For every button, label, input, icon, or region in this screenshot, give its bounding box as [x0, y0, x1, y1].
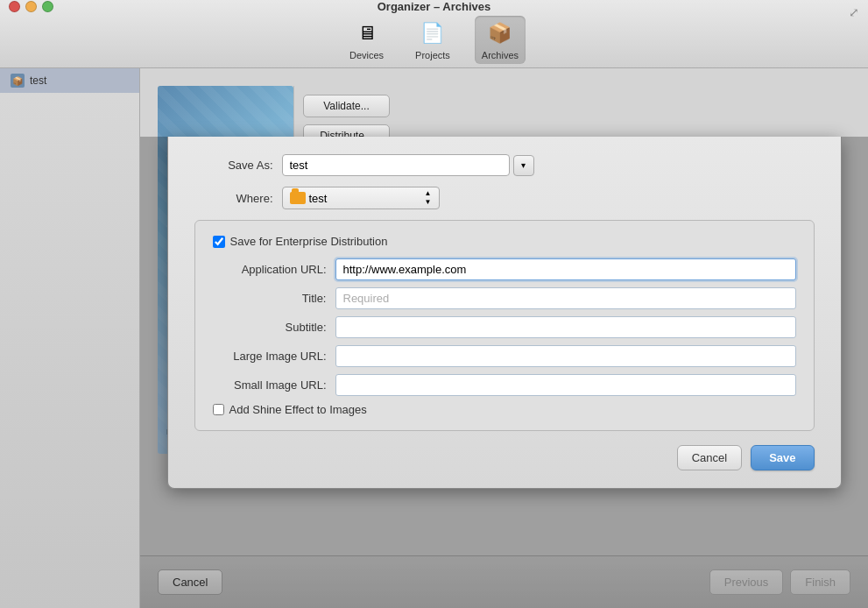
- archives-icon: 📦: [486, 19, 514, 47]
- close-button[interactable]: [9, 1, 20, 12]
- small-image-row: Small Image URL:: [213, 374, 796, 396]
- toolbar-item-archives[interactable]: 📦 Archives: [475, 16, 526, 64]
- dialog-cancel-button[interactable]: Cancel: [677, 445, 742, 470]
- main-area: 📦 test PROJECT:: [0, 68, 868, 608]
- save-as-input[interactable]: [282, 154, 510, 176]
- where-row: Where: test ▲ ▼: [194, 187, 815, 209]
- enterprise-panel: Save for Enterprise Distribution Applica…: [194, 220, 815, 431]
- save-as-label: Save As:: [194, 159, 282, 172]
- content-panel: PROJECT: APPLICATION.APP Validate... Dis…: [140, 68, 868, 608]
- toolbar-label-projects: Projects: [415, 50, 450, 60]
- small-image-label: Small Image URL:: [213, 378, 335, 392]
- sidebar: 📦 test: [0, 68, 140, 608]
- titlebar-top: Organizer – Archives ⤢: [0, 0, 868, 12]
- shine-row: Add Shine Effect to Images: [213, 403, 796, 416]
- where-value: test: [309, 192, 328, 205]
- sidebar-item-label: test: [30, 74, 46, 87]
- validate-button[interactable]: Validate...: [303, 95, 390, 117]
- large-image-input[interactable]: [335, 345, 796, 367]
- shine-label[interactable]: Add Shine Effect to Images: [229, 403, 367, 416]
- app-url-row: Application URL:: [213, 258, 796, 280]
- large-image-row: Large Image URL:: [213, 345, 796, 367]
- enterprise-checkbox[interactable]: [213, 236, 225, 248]
- projects-icon: 📄: [419, 19, 447, 47]
- subtitle-label: Subtitle:: [213, 321, 335, 334]
- devices-icon: 🖥: [353, 19, 381, 47]
- shine-checkbox[interactable]: [213, 404, 224, 415]
- app-url-input[interactable]: [335, 258, 796, 280]
- where-stepper: ▲ ▼: [425, 190, 432, 206]
- sidebar-item-test[interactable]: 📦 test: [0, 68, 139, 93]
- subtitle-row: Subtitle:: [213, 316, 796, 338]
- maximize-button[interactable]: [42, 1, 53, 12]
- small-image-input[interactable]: [335, 374, 796, 396]
- folder-icon: [290, 192, 306, 204]
- sidebar-item-icon: 📦: [11, 74, 25, 88]
- enterprise-label[interactable]: Save for Enterprise Distribution: [230, 235, 388, 248]
- window-title: Organizer – Archives: [378, 0, 491, 13]
- toolbar-item-devices[interactable]: 🖥 Devices: [342, 16, 391, 64]
- dialog-save-button[interactable]: Save: [751, 445, 814, 470]
- large-image-label: Large Image URL:: [213, 350, 335, 363]
- app-url-label: Application URL:: [213, 263, 335, 276]
- toolbar-label-archives: Archives: [482, 50, 519, 60]
- modal-overlay: Save As: ▾ Where: test ▲ ▼: [140, 137, 868, 608]
- enterprise-checkbox-row: Save for Enterprise Distribution: [213, 235, 796, 248]
- titlebar: Organizer – Archives ⤢ 🖥 Devices 📄 Proje…: [0, 0, 868, 68]
- toolbar-label-devices: Devices: [349, 50, 384, 60]
- modal-bottom: Cancel Save: [194, 445, 815, 470]
- toolbar-item-projects[interactable]: 📄 Projects: [408, 16, 457, 64]
- minimize-button[interactable]: [25, 1, 37, 12]
- resize-icon: ⤢: [849, 5, 859, 19]
- title-label: Title:: [213, 292, 335, 305]
- traffic-lights: [9, 1, 53, 12]
- title-row: Title:: [213, 287, 796, 309]
- toolbar: 🖥 Devices 📄 Projects 📦 Archives: [342, 12, 526, 67]
- save-dialog: Save As: ▾ Where: test ▲ ▼: [167, 137, 842, 489]
- subtitle-input[interactable]: [335, 316, 796, 338]
- save-as-row: Save As: ▾: [194, 154, 815, 176]
- where-label: Where:: [194, 192, 282, 205]
- save-as-dropdown[interactable]: ▾: [513, 155, 534, 176]
- title-input[interactable]: [335, 287, 796, 309]
- where-select[interactable]: test ▲ ▼: [282, 187, 440, 209]
